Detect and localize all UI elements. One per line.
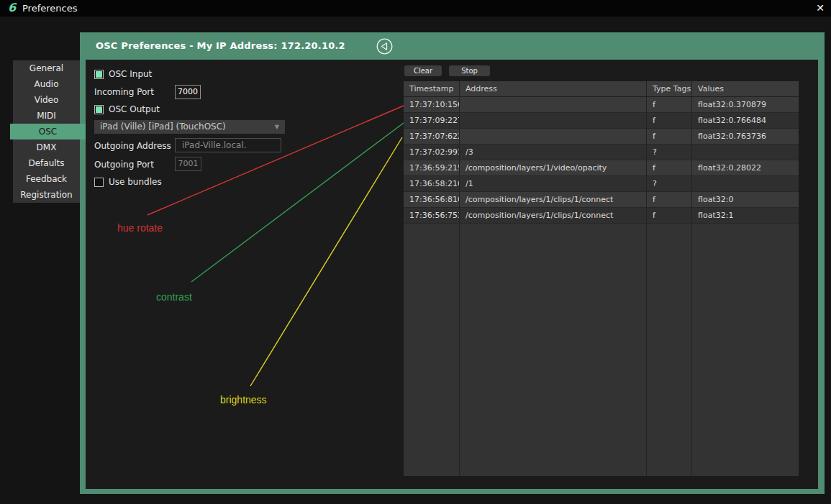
cell-address	[460, 97, 647, 113]
outgoing-port-input[interactable]: 7001	[175, 157, 201, 171]
table-row[interactable]: 17:37:02:993/3?	[404, 145, 799, 160]
osc-device-dropdown[interactable]: iPad (Ville) [iPad] (TouchOSC) ▼	[94, 120, 285, 134]
sidebar-item-audio[interactable]: Audio	[13, 76, 80, 92]
cell-values	[692, 145, 799, 160]
column-header-address[interactable]: Address	[460, 81, 647, 97]
column-header-values[interactable]: Values	[692, 81, 799, 97]
annotation-label-hue-rotate: hue rotate	[117, 222, 163, 234]
table-row[interactable]: 17:36:56:753/composition/layers/1/clips/…	[404, 208, 799, 224]
sidebar-item-feedback[interactable]: Feedback	[13, 171, 80, 187]
outgoing-port-label: Outgoing Port	[94, 160, 154, 170]
table-header: Timestamp▼ Address Type Tags Values	[404, 81, 799, 97]
cell-address	[460, 129, 647, 145]
sidebar-item-osc[interactable]: OSC	[10, 124, 86, 139]
cell-values	[692, 176, 799, 192]
sidebar-item-defaults[interactable]: Defaults	[13, 155, 80, 171]
osc-output-label: OSC Output	[109, 104, 160, 114]
table-row[interactable]: 17:36:58:210/1?	[404, 176, 799, 192]
sidebar-item-video[interactable]: Video	[13, 92, 80, 108]
cell-timestamp: 17:37:02:993	[404, 145, 460, 160]
sidebar-item-general[interactable]: General	[13, 60, 80, 76]
cell-address	[460, 113, 647, 129]
cell-timestamp: 17:36:59:215	[404, 160, 460, 176]
table-row[interactable]: 17:36:56:810/composition/layers/1/clips/…	[404, 192, 799, 208]
table-row[interactable]: 17:36:59:215/composition/layers/1/video/…	[404, 160, 799, 176]
cell-type-tags: f	[647, 208, 692, 224]
cell-timestamp: 17:36:56:810	[404, 192, 460, 208]
window-titlebar: 6 Preferences ✕	[0, 0, 831, 17]
cell-address: /composition/layers/1/video/opacity	[460, 160, 647, 176]
cell-timestamp: 17:36:58:210	[404, 176, 460, 192]
cell-timestamp: 17:36:56:753	[404, 208, 460, 224]
cell-address: /1	[460, 176, 647, 192]
close-icon[interactable]: ✕	[813, 1, 827, 15]
screen: 6 Preferences ✕ OSC Preferences - My IP …	[0, 0, 831, 504]
cell-type-tags: f	[647, 97, 692, 113]
use-bundles-checkbox[interactable]	[94, 178, 104, 187]
cell-timestamp: 17:37:07:622	[404, 129, 460, 145]
stop-button[interactable]: Stop	[449, 65, 490, 76]
column-header-type-tags[interactable]: Type Tags	[647, 81, 692, 97]
osc-device-value: iPad (Ville) [iPad] (TouchOSC)	[100, 122, 226, 132]
cell-address: /composition/layers/1/clips/1/connect	[460, 208, 647, 224]
cell-values: float32:0.28022	[692, 160, 799, 176]
osc-input-checkbox[interactable]	[94, 70, 104, 79]
annotation-label-contrast: contrast	[156, 291, 192, 303]
cell-type-tags: f	[647, 160, 692, 176]
sidebar-item-midi[interactable]: MIDI	[13, 108, 80, 124]
osc-log-table: Timestamp▼ Address Type Tags Values 17:3…	[404, 81, 799, 476]
cell-address: /3	[460, 145, 647, 160]
table-empty-area	[404, 224, 799, 476]
table-row[interactable]: 17:37:09:227ffloat32:0.766484	[404, 113, 799, 129]
window-title: Preferences	[22, 3, 77, 14]
cell-values: float32:1	[692, 208, 799, 224]
cell-address: /composition/layers/1/clips/1/connect	[460, 192, 647, 208]
sidebar-item-registration[interactable]: Registration	[13, 187, 80, 203]
table-row[interactable]: 17:37:07:622ffloat32:0.763736	[404, 129, 799, 145]
cell-timestamp: 17:37:10:156	[404, 97, 460, 113]
cell-type-tags: f	[647, 129, 692, 145]
clear-button[interactable]: Clear	[404, 65, 442, 76]
cell-type-tags: ?	[647, 176, 692, 192]
chevron-down-icon: ▼	[275, 120, 279, 134]
cell-values: float32:0.370879	[692, 97, 799, 113]
osc-output-checkbox[interactable]	[94, 105, 104, 114]
log-table-body: 17:37:10:156ffloat32:0.37087917:37:09:22…	[404, 97, 799, 224]
osc-input-label: OSC Input	[109, 69, 152, 79]
incoming-port-label: Incoming Port	[94, 87, 154, 97]
resolume-logo-icon: 6	[8, 1, 16, 14]
outgoing-address-input[interactable]: iPad-Ville.local.	[175, 138, 281, 152]
use-bundles-label: Use bundles	[109, 177, 162, 187]
dialog-title: OSC Preferences - My IP Address: 172.20.…	[96, 32, 345, 60]
cell-type-tags: f	[647, 113, 692, 129]
cell-type-tags: f	[647, 192, 692, 208]
sidebar: GeneralAudioVideoMIDIOSCDMXDefaultsFeedb…	[10, 60, 86, 203]
cell-values: float32:0.763736	[692, 129, 799, 145]
back-icon[interactable]	[376, 37, 394, 55]
column-header-timestamp[interactable]: Timestamp▼	[404, 81, 460, 97]
incoming-port-input[interactable]: 7000	[175, 85, 201, 99]
table-row[interactable]: 17:37:10:156ffloat32:0.370879	[404, 97, 799, 113]
cell-values: float32:0.766484	[692, 113, 799, 129]
annotation-label-brightness: brightness	[220, 394, 267, 406]
cell-timestamp: 17:37:09:227	[404, 113, 460, 129]
sidebar-item-dmx[interactable]: DMX	[13, 139, 80, 155]
cell-type-tags: ?	[647, 145, 692, 160]
outgoing-address-label: Outgoing Address	[94, 141, 171, 151]
cell-values: float32:0	[692, 192, 799, 208]
